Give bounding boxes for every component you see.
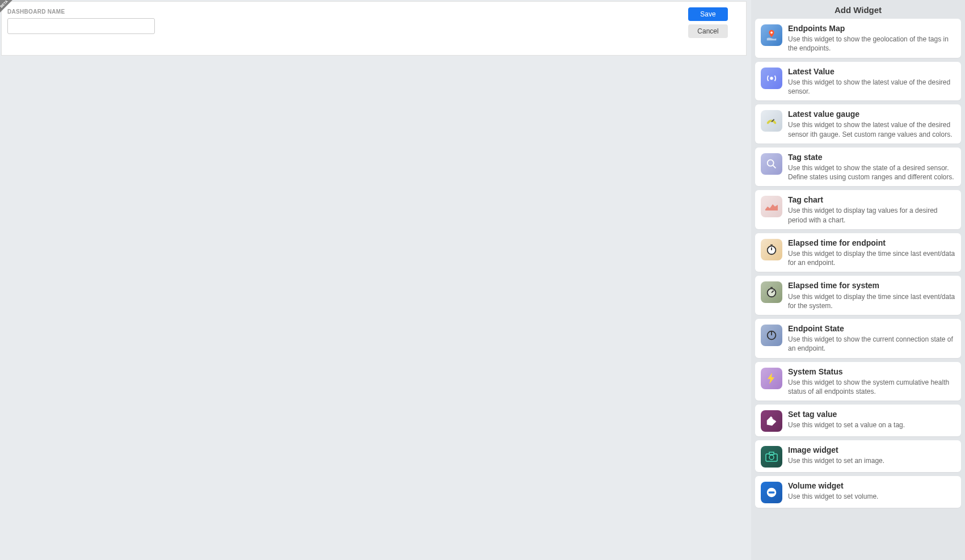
area-chart-icon bbox=[761, 196, 782, 217]
svg-point-0 bbox=[770, 32, 773, 34]
svg-point-1 bbox=[770, 77, 773, 80]
widget-desc: Use this widget to show the state of a d… bbox=[788, 163, 955, 182]
widget-volume[interactable]: Volume widget Use this widget to set vol… bbox=[755, 476, 961, 508]
widget-title: Tag state bbox=[788, 152, 955, 162]
widget-title: Elapsed time for system bbox=[788, 280, 955, 290]
action-buttons: Save Cancel bbox=[688, 7, 728, 38]
sidebar-title: Add Widget bbox=[751, 0, 965, 19]
svg-point-3 bbox=[768, 159, 774, 166]
widget-desc: Use this widget to show the system cumul… bbox=[788, 378, 955, 396]
widget-image[interactable]: Image widget Use this widget to set an i… bbox=[755, 440, 961, 472]
volume-icon bbox=[761, 482, 782, 503]
svg-rect-17 bbox=[769, 491, 775, 494]
cancel-button[interactable]: Cancel bbox=[688, 24, 728, 38]
save-button[interactable]: Save bbox=[688, 7, 728, 21]
widget-title: Set tag value bbox=[788, 409, 955, 419]
svg-line-4 bbox=[773, 165, 776, 168]
dashboard-name-card: DASHBOARD NAME Save Cancel bbox=[1, 1, 747, 56]
widget-title: Elapsed time for endpoint bbox=[788, 238, 955, 248]
widget-title: Endpoint State bbox=[788, 323, 955, 334]
magnifier-icon bbox=[761, 153, 782, 175]
power-icon bbox=[761, 325, 782, 346]
widget-title: Latest Value bbox=[788, 66, 955, 77]
map-pin-icon bbox=[761, 24, 782, 46]
gauge-icon bbox=[761, 110, 782, 132]
widget-elapsed-endpoint[interactable]: Elapsed time for endpoint Use this widge… bbox=[755, 233, 961, 272]
svg-rect-10 bbox=[770, 287, 773, 288]
widget-sidebar: Add Widget Endpoints Map Use this widget… bbox=[751, 0, 965, 560]
stopwatch-icon bbox=[761, 239, 782, 260]
camera-icon bbox=[761, 446, 782, 468]
widget-system-status[interactable]: System Status Use this widget to show th… bbox=[755, 362, 961, 401]
widget-latest-value-gauge[interactable]: Latest value gauge Use this widget to sh… bbox=[755, 104, 961, 144]
widget-latest-value[interactable]: Latest Value Use this widget to show the… bbox=[755, 62, 961, 101]
widget-desc: Use this widget to show the latest value… bbox=[788, 78, 955, 96]
widget-title: Tag chart bbox=[788, 195, 955, 205]
widget-elapsed-system[interactable]: Elapsed time for system Use this widget … bbox=[755, 276, 961, 315]
widget-list: Endpoints Map Use this widget to show th… bbox=[751, 19, 965, 513]
svg-point-8 bbox=[768, 289, 776, 297]
edit-tag-icon bbox=[761, 410, 782, 432]
svg-rect-15 bbox=[769, 452, 774, 454]
widget-title: System Status bbox=[788, 367, 955, 377]
widget-tag-chart[interactable]: Tag chart Use this widget to display tag… bbox=[755, 190, 961, 229]
beta-ribbon bbox=[0, 0, 12, 12]
stopwatch-icon bbox=[761, 281, 782, 303]
svg-point-5 bbox=[768, 246, 776, 254]
widget-set-tag-value[interactable]: Set tag value Use this widget to set a v… bbox=[755, 405, 961, 436]
widget-desc: Use this widget to set a value on a tag. bbox=[788, 420, 955, 430]
widget-endpoints-map[interactable]: Endpoints Map Use this widget to show th… bbox=[755, 19, 961, 58]
widget-title: Image widget bbox=[788, 445, 955, 455]
widget-title: Endpoints Map bbox=[788, 23, 955, 33]
widget-desc: Use this widget to show the geolocation … bbox=[788, 35, 955, 53]
widget-desc: Use this widget to show the current conn… bbox=[788, 335, 955, 353]
svg-rect-7 bbox=[770, 245, 773, 246]
widget-desc: Use this widget to display the time sinc… bbox=[788, 249, 955, 267]
widget-title: Latest value gauge bbox=[788, 109, 955, 119]
widget-endpoint-state[interactable]: Endpoint State Use this widget to show t… bbox=[755, 319, 961, 358]
broadcast-icon bbox=[761, 68, 782, 89]
widget-desc: Use this widget to display tag values fo… bbox=[788, 206, 955, 224]
widget-desc: Use this widget to set volume. bbox=[788, 492, 955, 501]
lightning-icon bbox=[761, 368, 782, 389]
widget-title: Volume widget bbox=[788, 481, 955, 491]
main-area: DASHBOARD NAME Save Cancel bbox=[0, 0, 751, 560]
dashboard-name-input[interactable] bbox=[7, 18, 155, 34]
dashboard-name-label: DASHBOARD NAME bbox=[7, 9, 740, 15]
widget-desc: Use this widget to set an image. bbox=[788, 456, 955, 465]
widget-desc: Use this widget to display the time sinc… bbox=[788, 292, 955, 310]
widget-tag-state[interactable]: Tag state Use this widget to show the st… bbox=[755, 148, 961, 187]
widget-desc: Use this widget to show the latest value… bbox=[788, 120, 955, 138]
